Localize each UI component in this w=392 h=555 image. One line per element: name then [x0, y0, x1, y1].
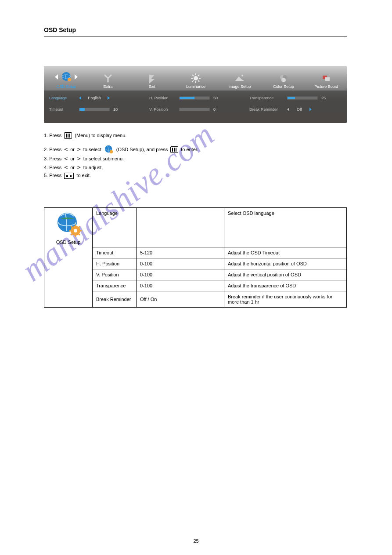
arrow-left-icon[interactable]	[287, 108, 289, 111]
svg-line-30	[71, 234, 72, 235]
osd-tab-luminance[interactable]: Luminance	[174, 73, 218, 91]
section-title: OSD Setup	[44, 26, 347, 33]
osd-tab-exit[interactable]: Exit	[130, 73, 174, 91]
osd-slider[interactable]	[179, 108, 210, 111]
table-cell-desc: Break reminder if the user continuously …	[224, 291, 347, 308]
svg-line-10	[192, 75, 194, 76]
osd-tab-label: Extra	[103, 84, 112, 89]
menu-icon	[170, 146, 178, 153]
table-cell-options: 0-100	[137, 258, 224, 269]
instruction-text: to select	[83, 146, 101, 153]
less-than-icon: <	[64, 145, 68, 154]
osd-tab-picture-boost[interactable]: Picture Boost	[306, 73, 347, 91]
osd-row-vposition[interactable]: V. Position 0	[149, 106, 224, 112]
less-than-icon: <	[64, 163, 68, 172]
osd-label: H. Position	[149, 96, 176, 100]
osd-label: Break Reminder	[249, 107, 284, 112]
table-cell-name: Language	[93, 208, 137, 247]
osd-tab-image-setup[interactable]: Image Setup	[218, 73, 262, 91]
osd-tab-bar: OSD Setup Extra Exit Luminance Image Set…	[44, 66, 347, 91]
osd-tab-label: Exit	[148, 84, 155, 89]
svg-line-12	[192, 80, 194, 82]
osd-tab-label: Image Setup	[228, 84, 251, 89]
osd-value: 50	[213, 96, 224, 100]
osd-tab-color-setup[interactable]: Color Setup	[262, 73, 306, 91]
osd-tab-osd-setup[interactable]: OSD Setup	[47, 70, 86, 91]
osd-slider[interactable]	[179, 96, 210, 100]
instruction-step-4: 4. Press < or > to adjust.	[44, 163, 347, 172]
osd-value: 10	[113, 107, 124, 112]
table-icon-label: OSD Setup	[48, 239, 89, 245]
osd-label: Transparence	[249, 96, 284, 100]
instructions-list: 1. Press (Menu) to display menu. 2. Pres…	[44, 132, 347, 179]
greater-than-icon: >	[77, 163, 81, 172]
osd-tab-label: Luminance	[186, 84, 205, 89]
header-rule	[44, 36, 347, 36]
svg-rect-19	[325, 77, 330, 81]
table-cell-desc: Adjust the vertical position of OSD	[224, 269, 347, 280]
brightness-icon	[191, 73, 201, 83]
osd-body: Language English Timeout 10 H. Position …	[44, 91, 347, 116]
table-cell-name: Timeout	[93, 247, 137, 258]
osd-row-timeout[interactable]: Timeout 10	[49, 106, 124, 112]
svg-line-31	[79, 226, 80, 228]
instruction-text: or	[70, 155, 75, 163]
instruction-text: 4. Press	[44, 164, 61, 171]
svg-line-28	[71, 226, 72, 228]
greater-than-icon: >	[77, 154, 81, 163]
globe-gear-icon	[55, 210, 82, 237]
svg-line-13	[198, 75, 199, 76]
instruction-step-2: 2. Press < or > to select (OSD Setup), a…	[44, 145, 347, 154]
instruction-text: to adjust.	[83, 164, 103, 171]
instruction-text: 3. Press	[44, 155, 61, 163]
arrow-right-icon[interactable]	[309, 108, 312, 111]
arrow-left-icon[interactable]	[79, 96, 81, 100]
svg-point-5	[194, 76, 198, 80]
osd-tab-label: Color Setup	[273, 84, 294, 89]
instruction-text: or	[70, 164, 75, 171]
osd-row-break-reminder[interactable]: Break Reminder Off	[249, 106, 332, 112]
osd-value: Off	[293, 107, 306, 112]
table-cell-desc: Adjust the horizontal position of OSD	[224, 258, 347, 269]
svg-point-21	[110, 150, 113, 153]
osd-value: 25	[321, 96, 332, 100]
osd-tab-extra[interactable]: Extra	[86, 73, 130, 91]
arrow-right-icon[interactable]	[108, 96, 110, 100]
table-cell-options	[137, 208, 224, 247]
table-icon-cell: OSD Setup	[44, 208, 93, 308]
osd-slider[interactable]	[79, 108, 110, 111]
svg-line-29	[79, 234, 80, 235]
instruction-text: to exit.	[76, 172, 90, 179]
svg-marker-0	[55, 74, 58, 80]
table-cell-desc: Select OSD language	[224, 208, 347, 247]
auto-exit-icon	[64, 173, 74, 179]
svg-marker-1	[75, 74, 78, 80]
instruction-step-3: 3. Press < or > to select submenu.	[44, 154, 347, 163]
instruction-step-1: 1. Press (Menu) to display menu.	[44, 132, 347, 139]
instruction-text: 1. Press	[44, 132, 61, 139]
instruction-text: to enter.	[181, 146, 198, 153]
osd-row-language[interactable]: Language English	[49, 95, 124, 101]
table-cell-options: 0-100	[137, 269, 224, 280]
menu-icon	[64, 132, 72, 139]
instruction-text: (OSD Setup), and press	[116, 146, 168, 153]
osd-tab-label: Picture Boost	[314, 84, 338, 89]
svg-point-17	[281, 78, 286, 82]
osd-row-hposition[interactable]: H. Position 50	[149, 95, 224, 101]
svg-point-14	[241, 75, 243, 76]
settings-table: OSD Setup Language Select OSD language T…	[44, 207, 347, 308]
picture-boost-icon	[321, 73, 331, 83]
table-cell-desc: Adjust the transparence of OSD	[224, 280, 347, 291]
osd-value: 0	[213, 107, 224, 112]
osd-row-transparence[interactable]: Transparence 25	[249, 95, 332, 101]
osd-label: Timeout	[49, 107, 76, 112]
table-cell-desc: Adjust the OSD Timeout	[224, 247, 347, 258]
osd-slider[interactable]	[287, 96, 318, 100]
table-cell-options: 5-120	[137, 247, 224, 258]
globe-gear-icon	[104, 145, 114, 154]
instruction-text: to select submenu.	[83, 155, 124, 163]
svg-point-32	[74, 229, 77, 232]
table-cell-options: Off / On	[137, 291, 224, 308]
table-cell-name: H. Position	[93, 258, 137, 269]
osd-value: English	[85, 96, 104, 100]
